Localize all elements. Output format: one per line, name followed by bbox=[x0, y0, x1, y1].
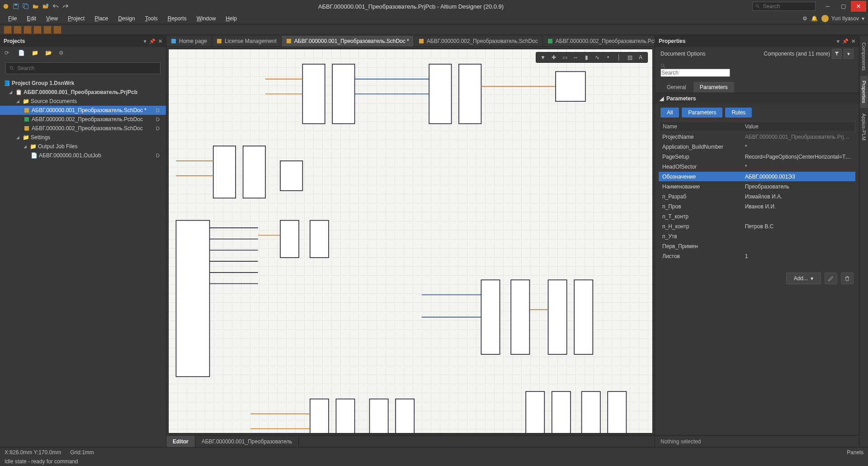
menu-help[interactable]: Help bbox=[221, 14, 241, 24]
tool-btn-1[interactable] bbox=[4, 26, 12, 34]
rail-components[interactable]: Components bbox=[860, 38, 868, 75]
redo-icon[interactable] bbox=[61, 2, 70, 10]
param-row-5[interactable]: НаименованиеПреобразователь bbox=[659, 182, 855, 192]
app-icon[interactable] bbox=[2, 2, 10, 10]
filter-button[interactable] bbox=[832, 49, 842, 59]
edit-button[interactable] bbox=[825, 273, 837, 284]
menu-view[interactable]: View bbox=[42, 14, 62, 24]
panel-close-icon[interactable]: ✕ bbox=[158, 38, 162, 44]
folder-icon[interactable]: 📁 bbox=[32, 50, 39, 57]
tree-doc-2[interactable]: АБВГ.000000.002_Преобразователь.SchDocD bbox=[0, 124, 166, 133]
menu-edit[interactable]: Edit bbox=[22, 14, 41, 24]
menu-window[interactable]: Window bbox=[192, 14, 221, 24]
tree-doc-1[interactable]: АБВГ.000000.002_Преобразователь.PcbDocD bbox=[0, 115, 166, 124]
menu-tools[interactable]: Tools bbox=[141, 14, 162, 24]
settings-icon[interactable]: ⚙ bbox=[59, 50, 66, 57]
tree-folder-settings[interactable]: ◢ 📁 Settings bbox=[0, 133, 166, 142]
minimize-button[interactable]: ─ bbox=[820, 1, 835, 12]
maximize-button[interactable]: ▢ bbox=[835, 1, 851, 12]
line-icon[interactable]: │ bbox=[614, 53, 624, 62]
global-search[interactable] bbox=[752, 2, 816, 11]
open-icon[interactable] bbox=[32, 2, 40, 10]
param-row-7[interactable]: п_ПровИванов И.И. bbox=[659, 202, 855, 212]
param-row-11[interactable]: Перв_Примен bbox=[659, 241, 855, 251]
menu-project[interactable]: Project bbox=[63, 14, 89, 24]
doc-tab-0[interactable]: Home page bbox=[166, 36, 212, 47]
doc-tab-3[interactable]: АБВГ.000000.002_Преобразователь.SchDoc bbox=[414, 36, 543, 47]
add-button[interactable]: Add... ▾ bbox=[786, 273, 821, 284]
close-button[interactable]: ✕ bbox=[851, 1, 866, 12]
param-row-3[interactable]: HeadOfSector* bbox=[659, 162, 855, 172]
schematic-canvas[interactable]: АБВГ.000000.001Э3 Преобразователь Схема … bbox=[168, 49, 653, 433]
panel-pin-icon[interactable]: 📌 bbox=[149, 38, 156, 44]
refresh-icon[interactable]: ⟳ bbox=[5, 50, 12, 57]
dropdown-button[interactable]: ▾ bbox=[844, 49, 854, 59]
save-icon[interactable] bbox=[12, 2, 20, 10]
doc-tab-4[interactable]: АБВГ.000000.002_Преобразователь.PcbDoc bbox=[543, 36, 655, 47]
tab-parameters[interactable]: Parameters bbox=[693, 82, 734, 93]
panel-pin-icon[interactable]: 📌 bbox=[842, 38, 849, 44]
wave-icon[interactable]: ∿ bbox=[592, 53, 602, 62]
param-row-1[interactable]: Application_BuildNumber* bbox=[659, 142, 855, 152]
global-search-input[interactable] bbox=[763, 3, 812, 9]
pill-all[interactable]: All bbox=[660, 108, 679, 118]
rail-appius[interactable]: Appius-PLM bbox=[860, 109, 868, 145]
gear-icon[interactable]: ⚙ bbox=[802, 15, 807, 22]
param-row-8[interactable]: п_Т_контр bbox=[659, 212, 855, 221]
save-all-icon[interactable] bbox=[22, 2, 30, 10]
filter-icon[interactable]: ▼ bbox=[538, 53, 548, 62]
user-menu[interactable]: Yuri Ilyasov ▾ bbox=[821, 15, 864, 22]
chip-icon[interactable]: ▤ bbox=[625, 53, 635, 62]
projects-search[interactable] bbox=[5, 62, 160, 74]
panel-close-icon[interactable]: ✕ bbox=[851, 38, 855, 44]
align-v-icon[interactable]: ▮ bbox=[581, 53, 591, 62]
param-row-10[interactable]: п_Утв bbox=[659, 231, 855, 241]
col-value[interactable]: Value bbox=[741, 123, 855, 130]
param-row-12[interactable]: Листов1 bbox=[659, 251, 855, 261]
doc-tab-1[interactable]: License Management bbox=[212, 36, 282, 47]
param-row-0[interactable]: ProjectNameАБВГ.000000.001_Преобразовате… bbox=[659, 132, 855, 142]
menu-design[interactable]: Design bbox=[113, 14, 139, 24]
rail-properties[interactable]: Properties bbox=[860, 76, 868, 108]
tree-doc-0[interactable]: АБВГ.000000.001_Преобразователь.SchDoc *… bbox=[0, 106, 166, 115]
tool-btn-6[interactable] bbox=[53, 26, 61, 34]
tree-group[interactable]: 📘 Project Group 1.DsnWrk bbox=[0, 79, 166, 88]
tree-outjob[interactable]: 📄 АБВГ.000000.001.OutJob D bbox=[0, 151, 166, 160]
undo-icon[interactable] bbox=[52, 2, 60, 10]
dot-icon[interactable]: • bbox=[603, 53, 613, 62]
param-row-9[interactable]: п_Н_контрПетров В.С bbox=[659, 221, 855, 231]
properties-search-input[interactable] bbox=[660, 69, 730, 77]
delete-button[interactable] bbox=[841, 273, 854, 284]
parameters-section-header[interactable]: ◢ Parameters bbox=[655, 93, 859, 104]
menu-reports[interactable]: Reports bbox=[163, 14, 191, 24]
open-project-icon[interactable] bbox=[42, 2, 50, 10]
pill-rules[interactable]: Rules bbox=[725, 108, 752, 118]
tab-editor[interactable]: Editor bbox=[166, 436, 195, 447]
param-row-6[interactable]: п_РазрабИзмайлов И.А. bbox=[659, 192, 855, 202]
menu-file[interactable]: File bbox=[4, 14, 21, 24]
tree-project[interactable]: ◢ 📋 АБВГ.000000.001_Преобразователь.PrjP… bbox=[0, 88, 166, 97]
cross-icon[interactable]: ✚ bbox=[549, 53, 559, 62]
tool-btn-2[interactable] bbox=[14, 26, 22, 34]
move-icon[interactable]: ↔ bbox=[571, 53, 580, 62]
panel-dropdown-icon[interactable]: ▾ bbox=[837, 38, 840, 44]
param-row-2[interactable]: PageSetupRecord=PageOptions|CenterHorizo… bbox=[659, 152, 855, 162]
projects-search-input[interactable] bbox=[17, 65, 156, 71]
text-icon[interactable]: A bbox=[636, 53, 646, 62]
tool-btn-3[interactable] bbox=[24, 26, 32, 34]
tree-folder-output[interactable]: ◢ 📁 Output Job Files bbox=[0, 142, 166, 151]
folder-tree-icon[interactable]: 📂 bbox=[45, 50, 52, 57]
doc-tab-2[interactable]: АБВГ.000000.001_Преобразователь.SchDoc * bbox=[282, 36, 414, 47]
bell-icon[interactable]: 🔔 bbox=[811, 15, 818, 22]
new-doc-icon[interactable]: 📄 bbox=[18, 50, 25, 57]
properties-search[interactable] bbox=[660, 63, 854, 77]
panels-button[interactable]: Panels bbox=[847, 449, 863, 456]
tab-docname[interactable]: АБВГ.000000.001_Преобразователь bbox=[195, 436, 299, 447]
col-name[interactable]: Name bbox=[659, 123, 741, 130]
tool-btn-4[interactable] bbox=[33, 26, 42, 34]
tool-btn-5[interactable] bbox=[43, 26, 52, 34]
panel-dropdown-icon[interactable]: ▾ bbox=[144, 38, 146, 44]
select-icon[interactable]: ▭ bbox=[560, 53, 570, 62]
param-row-4[interactable]: ОбозначениеАБВГ.000000.001Э3 bbox=[659, 172, 855, 182]
tab-general[interactable]: General bbox=[660, 82, 693, 93]
